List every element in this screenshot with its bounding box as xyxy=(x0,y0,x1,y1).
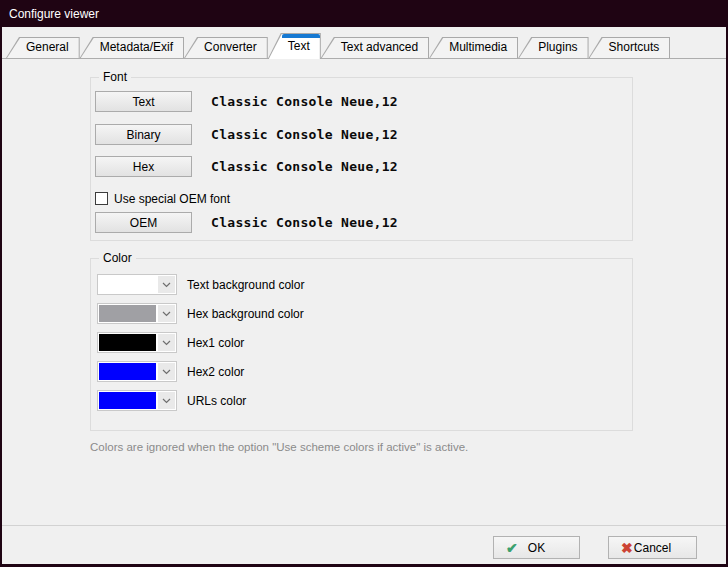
check-icon: ✔ xyxy=(506,541,518,555)
cancel-button-label: Cancel xyxy=(634,541,671,555)
cancel-button[interactable]: ✖ Cancel xyxy=(608,536,697,559)
color-group-box: Color Text background color Hex backgrou… xyxy=(90,258,633,431)
hex-background-color-dropdown[interactable] xyxy=(97,303,177,324)
tab-text-advanced[interactable]: Text advanced xyxy=(321,37,429,58)
tab-metadata-exif[interactable]: Metadata/Exif xyxy=(80,37,184,58)
tab-label: Metadata/Exif xyxy=(80,40,184,54)
tab-label: Converter xyxy=(184,40,268,54)
urls-color-row: URLs color xyxy=(97,390,246,411)
font-group-box: Font Text Classic Console Neue,12 Binary… xyxy=(90,77,633,241)
binary-font-button[interactable]: Binary xyxy=(95,124,192,145)
tab-converter[interactable]: Converter xyxy=(184,37,268,58)
binary-font-value: Classic Console Neue,12 xyxy=(211,124,398,145)
text-font-value: Classic Console Neue,12 xyxy=(211,91,398,112)
text-background-color-row: Text background color xyxy=(97,274,304,295)
color-row-label: Hex background color xyxy=(187,307,304,321)
oem-checkbox-label: Use special OEM font xyxy=(114,192,230,206)
active-tab-accent-bar xyxy=(282,34,320,38)
tab-shortcuts[interactable]: Shortcuts xyxy=(589,37,671,58)
window-title: Configure viewer xyxy=(9,7,99,21)
configure-viewer-window: Configure viewer General Metadata/Exif C… xyxy=(0,0,728,567)
ok-button-label: OK xyxy=(528,541,545,555)
hex-background-color-row: Hex background color xyxy=(97,303,304,324)
chevron-down-icon xyxy=(158,363,175,380)
tab-label: Plugins xyxy=(518,40,588,54)
chevron-down-icon xyxy=(158,392,175,409)
tab-multimedia[interactable]: Multimedia xyxy=(429,37,518,58)
footer-divider xyxy=(2,525,726,526)
tab-label: General xyxy=(6,40,80,54)
tab-general[interactable]: General xyxy=(6,37,80,58)
color-swatch xyxy=(99,363,156,380)
hex2-color-dropdown[interactable] xyxy=(97,361,177,382)
title-bar: Configure viewer xyxy=(0,0,728,27)
use-special-oem-font-checkbox[interactable] xyxy=(95,192,108,205)
tab-text[interactable]: Text xyxy=(268,33,321,59)
ok-button[interactable]: ✔ OK xyxy=(493,536,580,559)
dialog-body: General Metadata/Exif Converter Text xyxy=(2,27,726,564)
font-group-label: Font xyxy=(99,70,131,84)
hex2-color-row: Hex2 color xyxy=(97,361,244,382)
tab-label: Shortcuts xyxy=(589,40,671,54)
color-group-label: Color xyxy=(99,251,136,265)
chevron-down-icon xyxy=(158,276,175,293)
scheme-colors-note: Colors are ignored when the option "Use … xyxy=(90,441,468,453)
chevron-down-icon xyxy=(158,334,175,351)
tab-bar: General Metadata/Exif Converter Text xyxy=(6,37,670,59)
color-row-label: Text background color xyxy=(187,278,304,292)
color-row-label: Hex2 color xyxy=(187,365,244,379)
tab-label: Multimedia xyxy=(429,40,518,54)
color-row-label: Hex1 color xyxy=(187,336,244,350)
color-swatch xyxy=(99,276,156,293)
chevron-down-icon xyxy=(158,305,175,322)
tab-plugins[interactable]: Plugins xyxy=(518,37,588,58)
text-background-color-dropdown[interactable] xyxy=(97,274,177,295)
text-font-button[interactable]: Text xyxy=(95,91,192,112)
oem-font-button[interactable]: OEM xyxy=(95,212,192,233)
hex1-color-dropdown[interactable] xyxy=(97,332,177,353)
hex1-color-row: Hex1 color xyxy=(97,332,244,353)
tab-label: Text xyxy=(268,39,321,53)
oem-font-checkbox-row: Use special OEM font xyxy=(95,190,230,207)
urls-color-dropdown[interactable] xyxy=(97,390,177,411)
oem-font-value: Classic Console Neue,12 xyxy=(211,212,398,233)
tab-label: Text advanced xyxy=(321,40,429,54)
x-icon: ✖ xyxy=(621,541,633,555)
color-swatch xyxy=(99,334,156,351)
color-row-label: URLs color xyxy=(187,394,246,408)
color-swatch xyxy=(99,392,156,409)
color-swatch xyxy=(99,305,156,322)
hex-font-value: Classic Console Neue,12 xyxy=(211,156,398,177)
hex-font-button[interactable]: Hex xyxy=(95,156,192,177)
